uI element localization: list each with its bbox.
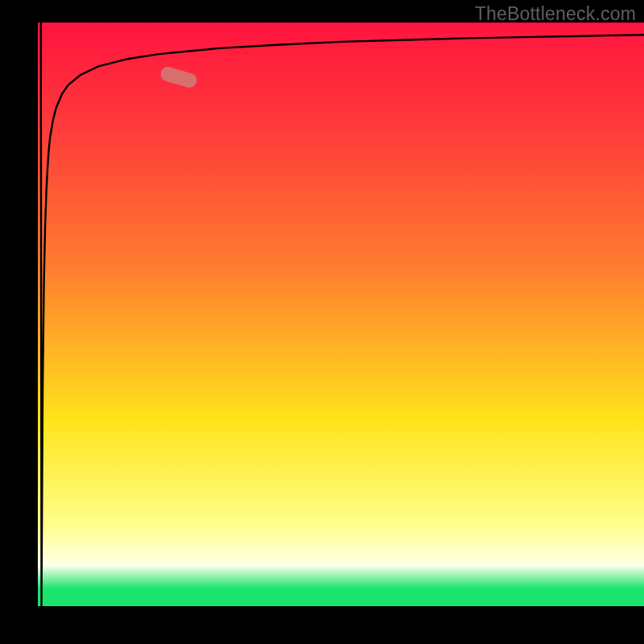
plot-area	[38, 23, 644, 606]
chart-curve	[38, 23, 644, 606]
watermark-text: TheBottleneck.com	[475, 3, 636, 25]
